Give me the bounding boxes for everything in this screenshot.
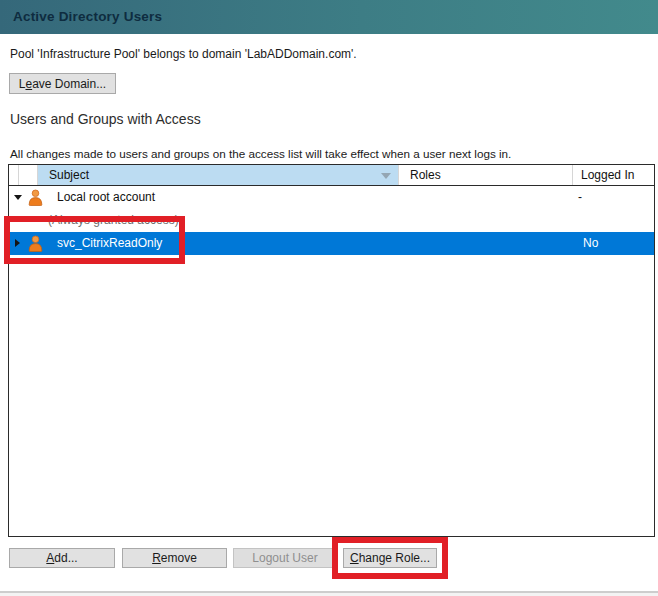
button-label-mnemonic: C: [350, 551, 359, 565]
panel-bottom-edge: [0, 591, 658, 596]
logged-in-cell: -: [578, 186, 582, 209]
column-header-subject[interactable]: Subject: [38, 165, 399, 185]
column-header-logged-in[interactable]: Logged In: [573, 165, 654, 185]
column-header-label: Subject: [49, 165, 89, 185]
remove-button[interactable]: Remove: [122, 548, 227, 568]
expand-icon[interactable]: [15, 239, 20, 247]
subject-cell: svc_CitrixReadOnly: [57, 232, 162, 255]
column-header-icon: [19, 165, 38, 185]
button-label-part: Logout User: [252, 551, 317, 565]
section-heading: Users and Groups with Access: [10, 111, 201, 127]
panel-header: Active Directory Users: [0, 0, 658, 34]
domain-info-text: Pool 'Infrastructure Pool' belongs to do…: [10, 47, 357, 61]
section-description: All changes made to users and groups on …: [10, 147, 511, 160]
change-role-button[interactable]: Change Role...: [343, 548, 437, 568]
add-button[interactable]: Add...: [9, 548, 115, 568]
user-icon: [28, 189, 43, 206]
subject-cell: Local root account: [57, 186, 155, 209]
leave-domain-button[interactable]: Leave Domain...: [9, 73, 116, 94]
button-label-part: ave Domain...: [32, 77, 106, 91]
sort-descending-icon: [381, 173, 391, 179]
active-directory-users-panel: Active Directory Users Pool 'Infrastruct…: [0, 0, 658, 596]
button-label-part: emove: [161, 551, 197, 565]
table-header-row: Subject Roles Logged In: [9, 165, 654, 186]
panel-title: Active Directory Users: [13, 0, 162, 34]
table-row-always-granted-access[interactable]: (Always granted access): [9, 209, 654, 232]
column-header-roles[interactable]: Roles: [399, 165, 573, 185]
subject-cell: (Always granted access): [48, 209, 179, 232]
table-row-svc-citrixreadonly[interactable]: svc_CitrixReadOnly No: [9, 232, 654, 255]
column-header-label: Logged In: [581, 165, 634, 185]
logged-in-cell: No: [583, 232, 598, 255]
button-label-mnemonic: R: [152, 551, 161, 565]
column-header-expander: [9, 165, 19, 185]
logout-user-button[interactable]: Logout User: [233, 548, 337, 568]
button-label-part: hange Role...: [359, 551, 430, 565]
user-icon: [28, 235, 43, 252]
button-label-part: dd...: [54, 551, 77, 565]
users-table: Subject Roles Logged In Local root accou…: [8, 164, 655, 537]
table-row-local-root-account[interactable]: Local root account -: [9, 186, 654, 209]
column-header-label: Roles: [410, 165, 441, 185]
collapse-icon[interactable]: [14, 195, 22, 200]
